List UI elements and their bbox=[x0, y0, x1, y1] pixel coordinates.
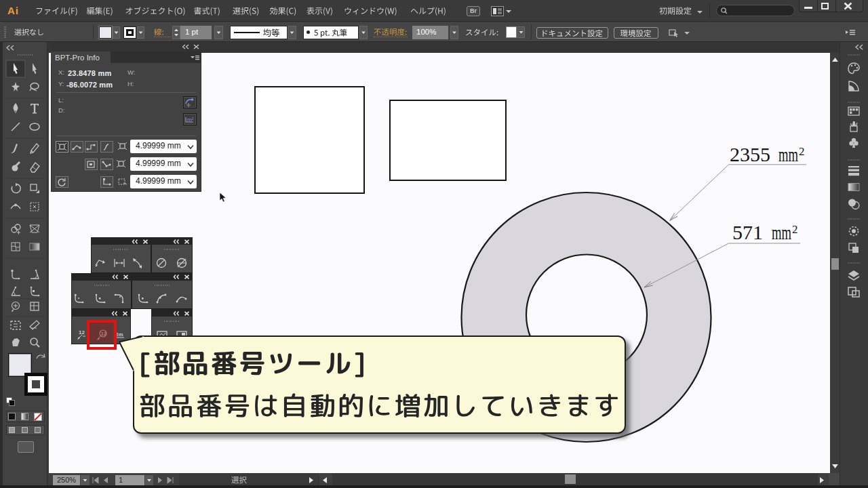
svg-text:12: 12 bbox=[79, 329, 85, 336]
svg-text:m²: m² bbox=[187, 117, 194, 123]
